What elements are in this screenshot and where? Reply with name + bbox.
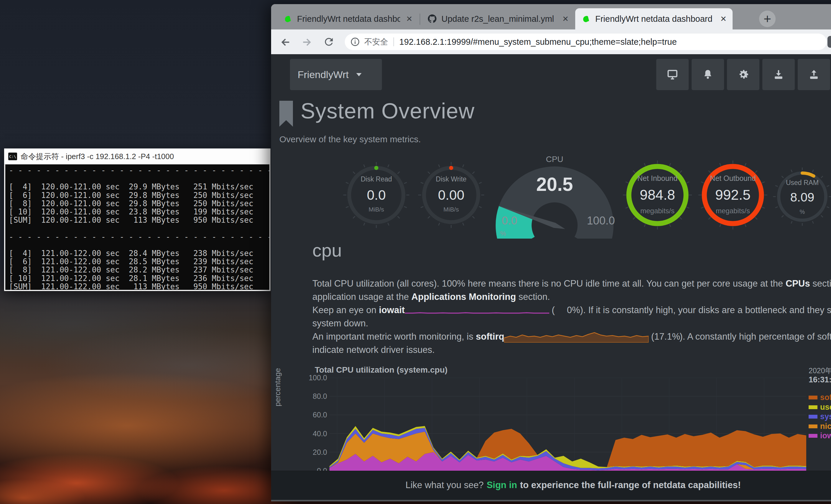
- gauge-svg: CPU20.50.0100.0%: [491, 153, 618, 239]
- y-tick-label: 80.0: [306, 392, 327, 401]
- tab-close-button[interactable]: ✕: [561, 14, 571, 24]
- new-tab-button[interactable]: +: [759, 10, 776, 27]
- legend-item-user[interactable]: user: [809, 403, 831, 412]
- legend-label: user: [820, 403, 831, 412]
- bookmark-icon: [279, 101, 293, 127]
- gauge-used-ram: Used RAM8.09%: [771, 165, 831, 230]
- terminal-output: - - - - - - - - - - - - - - - - - - - - …: [5, 165, 269, 290]
- terminal-title: 命令提示符 - iperf3 -c 192.168.1.2 -P4 -t1000: [21, 151, 174, 162]
- terminal-line: [ 6] 120.00-121.00 sec 29.8 MBytes 250 M…: [9, 191, 269, 200]
- host-selector[interactable]: FriendlyWrt: [290, 59, 382, 90]
- legend-swatch: [809, 434, 818, 438]
- tab-1[interactable]: FriendlyWrt netdata dashboard✕: [277, 8, 419, 29]
- terminal-line: [9, 174, 269, 183]
- legend-swatch: [809, 405, 818, 409]
- svg-text:%: %: [500, 230, 506, 237]
- svg-text:0.0: 0.0: [367, 187, 386, 203]
- info-icon[interactable]: [350, 37, 360, 47]
- tab-title: FriendlyWrt netdata dashboard: [297, 14, 400, 24]
- terminal-titlebar[interactable]: C:\ 命令提示符 - iperf3 -c 192.168.1.2 -P4 -t…: [4, 148, 270, 165]
- terminal-line: [ 8] 120.00-121.00 sec 29.8 MBytes 250 M…: [9, 200, 269, 208]
- gauge-svg: Net Inbound984.8megabits/s: [621, 158, 694, 232]
- tab-close-button[interactable]: ✕: [404, 14, 414, 24]
- terminal-line: [ 10] 120.00-121.00 sec 23.8 MBytes 199 …: [9, 208, 269, 216]
- legend-item-softirq[interactable]: softirq: [809, 393, 831, 402]
- svg-text:MiB/s: MiB/s: [369, 206, 384, 213]
- chart-date: 2020年3月: [809, 366, 831, 376]
- svg-text:CPU: CPU: [546, 155, 563, 164]
- legend-label: nice: [820, 422, 831, 431]
- cpu-chart[interactable]: [329, 378, 806, 472]
- svg-text:megabits/s: megabits/s: [640, 207, 675, 215]
- github-icon: [428, 14, 437, 23]
- doc-line-5: An important metric worth monitoring, is…: [312, 330, 831, 343]
- header-button-bell[interactable]: [692, 59, 724, 90]
- header-button-monitor[interactable]: [656, 59, 689, 90]
- gauge-svg: Net Outbound992.5megabits/s: [696, 158, 770, 232]
- upload-icon: [807, 68, 821, 81]
- doc-line-6: indicate network driver issues.: [312, 343, 831, 356]
- gauge-disk-read: Disk Read0.0MiB/s: [341, 160, 412, 232]
- terminal-line: - - - - - - - - - - - - - - - - - - - - …: [9, 166, 269, 174]
- svg-text:Used RAM: Used RAM: [786, 179, 819, 186]
- gauge-net-inbound: Net Inbound984.8megabits/s: [621, 158, 694, 233]
- page-subtitle: Overview of the key system metrics.: [279, 134, 421, 144]
- address-bar[interactable]: 不安全 192.168.2.1:19999/#menu_system_subme…: [345, 34, 827, 50]
- sparkline-iowait: [405, 305, 549, 316]
- svg-text:992.5: 992.5: [715, 187, 750, 203]
- chevron-down-icon: [356, 73, 362, 76]
- tab-close-button[interactable]: ✕: [718, 14, 728, 24]
- netdata-icon: [284, 14, 292, 23]
- back-button[interactable]: [277, 34, 293, 50]
- terminal-line: [ 4] 121.00-122.00 sec 28.4 MBytes 238 M…: [9, 249, 269, 258]
- extension-icon[interactable]: [828, 36, 831, 48]
- terminal-line: [ 6] 121.00-122.00 sec 28.5 MBytes 239 M…: [9, 258, 269, 266]
- chart-plot[interactable]: [329, 378, 806, 471]
- legend-label: system: [820, 412, 831, 421]
- svg-text:20.5: 20.5: [536, 174, 573, 195]
- reload-button[interactable]: [321, 34, 337, 50]
- tab-3[interactable]: FriendlyWrt netdata dashboard✕: [575, 8, 733, 29]
- terminal-line: [ 8] 121.00-122.00 sec 28.2 MBytes 237 M…: [9, 266, 269, 274]
- svg-text:Disk Read: Disk Read: [361, 175, 392, 183]
- netdata-icon: [582, 14, 591, 23]
- tab-title: Update r2s_lean_minimal.yml · k: [441, 14, 556, 24]
- terminal-line: [ 10] 121.00-122.00 sec 28.1 MBytes 236 …: [9, 274, 269, 283]
- legend-item-system[interactable]: system: [809, 412, 831, 421]
- chart-time: 16:31:25: [809, 375, 831, 384]
- metric-value: 0%: [555, 303, 580, 317]
- header-button-gear[interactable]: [727, 59, 760, 90]
- legend-label: softirq: [820, 393, 831, 402]
- keyword: Applications Monitoring: [411, 292, 516, 302]
- doc-line-1: Total CPU utilization (all cores). 100% …: [312, 277, 831, 290]
- legend-item-nice[interactable]: nice: [809, 422, 831, 431]
- netdata-icon: [284, 14, 292, 23]
- doc-line-2: application usage at the Applications Mo…: [312, 290, 831, 303]
- tab-separator: [420, 13, 420, 25]
- svg-text:Disk Write: Disk Write: [436, 175, 466, 183]
- header-button-upload[interactable]: [798, 59, 830, 90]
- svg-text:0.00: 0.00: [438, 187, 464, 203]
- gauge-cpu: CPU20.50.0100.0%: [491, 153, 618, 240]
- doc-line-4: system down.: [312, 317, 831, 330]
- terminal-line: [SUM] 121.00-122.00 sec 113 MBytes 950 M…: [9, 283, 269, 290]
- host-name: FriendlyWrt: [297, 69, 349, 81]
- security-label: 不安全: [364, 36, 388, 47]
- browser-window: FriendlyWrt netdata dashboard✕Update r2s…: [271, 4, 831, 501]
- keyword: CPUs: [785, 278, 810, 289]
- netdata-page: FriendlyWrt System Overview Overview of …: [271, 54, 831, 500]
- gauge-svg: Used RAM8.09%: [771, 165, 831, 228]
- svg-text:MiB/s: MiB/s: [443, 206, 459, 213]
- svg-text:Net Outbound: Net Outbound: [710, 174, 756, 182]
- legend-item-iowait[interactable]: iowait: [809, 431, 831, 440]
- gauge-disk-write: Disk Write0.00MiB/s: [416, 160, 487, 232]
- url-text[interactable]: 192.168.2.1:19999/#menu_system_submenu_c…: [399, 37, 677, 47]
- signin-link[interactable]: Sign in: [487, 480, 517, 491]
- tab-2[interactable]: Update r2s_lean_minimal.yml · k✕: [421, 8, 575, 29]
- signin-suffix: to experience the full-range of netdata …: [520, 480, 741, 491]
- metric-value: 17.1%: [654, 330, 680, 343]
- y-tick-label: 60.0: [306, 411, 327, 419]
- keyword: softirq: [476, 331, 504, 342]
- header-button-download[interactable]: [762, 59, 795, 90]
- forward-button[interactable]: [299, 34, 315, 50]
